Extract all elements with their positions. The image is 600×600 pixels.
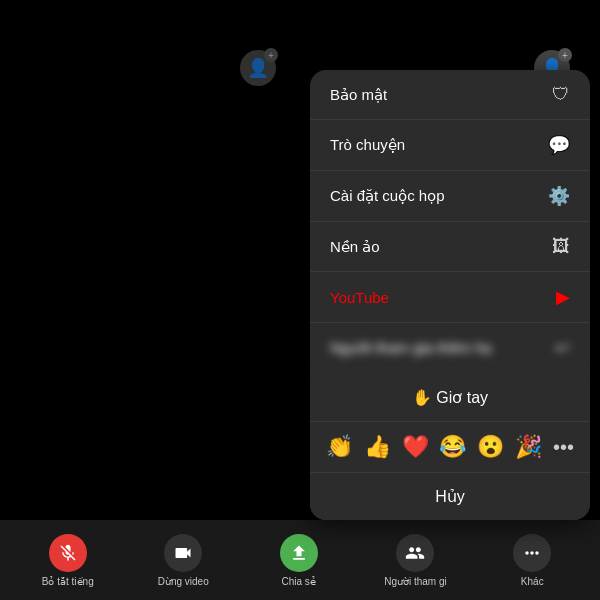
youtube-icon: ▶ [556,286,570,308]
toolbar-more[interactable]: Khác [502,534,562,587]
blurred-icon: ↩ [555,337,570,359]
menu-item-security[interactable]: Bảo mật 🛡 [310,70,590,120]
reaction-thumbsup[interactable]: 👍 [364,434,391,460]
share-icon [280,534,318,572]
settings-icon: ⚙️ [548,185,570,207]
more-reactions-button[interactable]: ••• [553,436,574,459]
reactions-section: 👏 👍 ❤️ 😂 😮 🎉 ••• [310,422,590,473]
toolbar-mute[interactable]: Bỏ tắt tiếng [38,534,98,587]
overlay [0,0,310,520]
menu-item-youtube[interactable]: YouTube ▶ [310,272,590,323]
raise-hand-section[interactable]: ✋ Giơ tay [310,374,590,422]
menu-item-chat[interactable]: Trò chuyện 💬 [310,120,590,171]
menu-item-settings[interactable]: Cài đặt cuộc họp ⚙️ [310,171,590,222]
toolbar-share[interactable]: Chia sẻ [269,534,329,587]
cancel-section[interactable]: Hủy [310,473,590,520]
dropdown-menu: Bảo mật 🛡 Trò chuyện 💬 Cài đặt cuộc họp … [310,70,590,520]
bottom-toolbar: Bỏ tắt tiếng Dừng video Chia sẻ [0,520,600,600]
raise-hand-button[interactable]: ✋ Giơ tay [330,388,570,407]
shield-icon: 🛡 [552,84,570,105]
participants-icon [396,534,434,572]
toolbar-video[interactable]: Dừng video [153,534,213,587]
reaction-clap[interactable]: 👏 [326,434,353,460]
video-area: 👤 + 👤 + Bảo mật 🛡 Trò chuyện 💬 Cài đặt c… [0,0,600,600]
more-icon [513,534,551,572]
reaction-heart[interactable]: ❤️ [402,434,429,460]
menu-item-virtual-bg[interactable]: Nền ảo 🖼 [310,222,590,272]
reaction-laugh[interactable]: 😂 [439,434,466,460]
video-icon [164,534,202,572]
reaction-party[interactable]: 🎉 [515,434,542,460]
mute-icon [49,534,87,572]
menu-item-blurred: Người tham gia thêm họ ↩ [310,323,590,374]
chat-icon: 💬 [548,134,570,156]
toolbar-participants[interactable]: Người tham gi [384,534,447,587]
virtual-bg-icon: 🖼 [552,236,570,257]
reaction-wow[interactable]: 😮 [477,434,504,460]
